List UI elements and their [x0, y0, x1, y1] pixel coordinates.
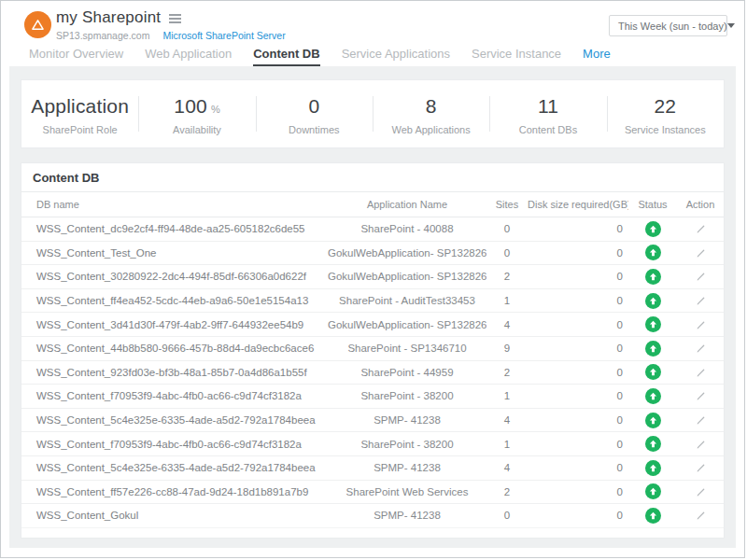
edit-action-icon[interactable] — [695, 343, 706, 355]
status-up-icon — [645, 293, 661, 309]
edit-action-icon[interactable] — [695, 391, 706, 402]
status-cell — [628, 316, 677, 332]
status-cell — [628, 436, 677, 452]
edit-action-icon[interactable] — [695, 296, 706, 307]
action-cell — [677, 271, 724, 283]
server-type-link[interactable]: Microsoft SharePoint Server — [162, 30, 285, 41]
status-up-icon — [645, 413, 661, 428]
table-header: DB name Application Name Sites Disk size… — [21, 192, 724, 217]
col-db-name: DB name — [21, 199, 328, 210]
stat-label: SharePoint Role — [43, 124, 118, 135]
edit-action-icon[interactable] — [695, 319, 706, 330]
status-cell — [628, 508, 677, 524]
sites-cell: 0 — [486, 510, 528, 521]
disk-size-cell: 0 — [528, 390, 628, 401]
status-up-icon — [645, 460, 661, 476]
edit-action-icon[interactable] — [695, 224, 706, 235]
status-cell — [628, 221, 677, 237]
db-name-cell: WSS_Content_30280922-2dc4-494f-85df-6630… — [21, 271, 328, 282]
application-name-cell: SharePoint - 38200 — [328, 439, 486, 450]
hamburger-menu-icon[interactable] — [169, 12, 181, 23]
application-name-cell: SharePoint - AuditTest33453 — [328, 295, 486, 306]
action-cell — [677, 390, 724, 402]
table-row: WSS_Content_Test_One GokulWebApplication… — [21, 242, 724, 266]
tab-monitor-overview[interactable]: Monitor Overview — [29, 44, 123, 66]
application-name-cell: SPMP- 41238 — [328, 462, 486, 473]
monitor-host: SP13.spmanage.com — [56, 30, 149, 41]
edit-action-icon[interactable] — [695, 439, 706, 450]
disk-size-cell: 0 — [528, 223, 628, 234]
edit-action-icon[interactable] — [695, 272, 706, 283]
tab-service-applications[interactable]: Service Applications — [342, 44, 450, 66]
tab-web-application[interactable]: Web Application — [145, 44, 232, 66]
application-name-cell: SPMP- 41238 — [328, 510, 486, 521]
edit-action-icon[interactable] — [695, 415, 706, 427]
action-cell — [677, 438, 724, 450]
stat-value: 0 — [308, 95, 319, 118]
tab-service-instance[interactable]: Service Instance — [472, 44, 561, 66]
edit-action-icon[interactable] — [695, 511, 706, 522]
tab-content-db[interactable]: Content DB — [253, 44, 320, 66]
page-title: my Sharepoint — [56, 8, 161, 27]
stat-value: 100 — [174, 95, 207, 118]
disk-size-cell: 0 — [528, 486, 628, 497]
edit-action-icon[interactable] — [695, 367, 706, 378]
db-name-cell: WSS_Content_f70953f9-4abc-4fb0-ac66-c9d7… — [21, 390, 328, 401]
col-application-name: Application Name — [328, 199, 486, 210]
action-cell — [677, 223, 724, 235]
sites-cell: 4 — [486, 414, 528, 426]
action-cell — [677, 318, 724, 330]
action-cell — [677, 246, 724, 259]
stat-label: Content DBs — [519, 124, 577, 135]
status-up-icon — [645, 483, 661, 499]
status-up-icon — [645, 221, 661, 237]
db-name-cell: WSS_Content_5c4e325e-6335-4ade-a5d2-792a… — [21, 414, 328, 426]
sites-cell: 1 — [486, 390, 528, 401]
disk-size-cell: 0 — [528, 414, 628, 426]
disk-size-cell: 0 — [528, 462, 628, 473]
stat-value: 22 — [654, 95, 676, 118]
application-name-cell: SharePoint - 38200 — [328, 390, 486, 401]
db-name-cell: WSS_Content_5c4e325e-6335-4ade-a5d2-792a… — [21, 462, 328, 473]
stat-suffix: % — [211, 104, 220, 115]
monitor-title-block: my Sharepoint SP13.spmanage.com Microsof… — [56, 8, 286, 41]
status-up-icon — [645, 508, 661, 524]
col-status: Status — [628, 199, 677, 210]
application-name-cell: SharePoint - 44959 — [328, 367, 486, 378]
stat-label: Availability — [173, 124, 221, 135]
stat-item: 22 Service Instances — [607, 80, 724, 147]
status-cell — [628, 269, 677, 285]
status-cell — [628, 413, 677, 428]
edit-action-icon[interactable] — [695, 247, 706, 259]
edit-action-icon[interactable] — [695, 463, 706, 474]
sites-cell: 4 — [486, 462, 528, 473]
edit-action-icon[interactable] — [695, 486, 706, 497]
action-cell — [677, 366, 724, 378]
tab-more[interactable]: More — [583, 44, 611, 66]
sites-cell: 1 — [486, 439, 528, 450]
sites-cell: 2 — [486, 367, 528, 378]
table-row: WSS_Content_ff57e226-cc88-47ad-9d24-18d1… — [21, 481, 724, 505]
status-cell — [628, 483, 677, 499]
action-cell — [677, 462, 724, 474]
period-selector[interactable]: This Week (sun - today) — [609, 15, 727, 36]
status-up-icon — [645, 245, 661, 260]
sites-cell: 2 — [486, 486, 528, 497]
application-name-cell: SharePoint Web Services — [328, 486, 486, 497]
status-up-icon — [645, 316, 661, 332]
warning-triangle-icon — [31, 19, 45, 31]
col-sites: Sites — [486, 199, 528, 210]
status-cell — [628, 245, 677, 260]
table-row: WSS_Content_44b8b580-9666-457b-88d4-da9e… — [21, 337, 724, 361]
stats-card: Application SharePoint Role 100 % Availa… — [21, 79, 725, 148]
col-disk-size: Disk size required(GB) — [528, 199, 628, 210]
disk-size-cell: 0 — [528, 295, 628, 306]
status-cell — [628, 341, 677, 357]
status-up-icon — [645, 364, 661, 380]
table-row: WSS_Content_Gokul SPMP- 41238 0 0 — [21, 504, 724, 528]
content-panel: Application SharePoint Role 100 % Availa… — [9, 66, 736, 548]
table-body: WSS_Content_dc9e2cf4-ff94-48de-aa25-6051… — [21, 217, 724, 528]
tab-bar: Monitor OverviewWeb ApplicationContent D… — [1, 44, 744, 66]
table-row: WSS_Content_f70953f9-4abc-4fb0-ac66-c9d7… — [21, 432, 724, 456]
application-name-cell: SPMP- 41238 — [328, 414, 486, 426]
